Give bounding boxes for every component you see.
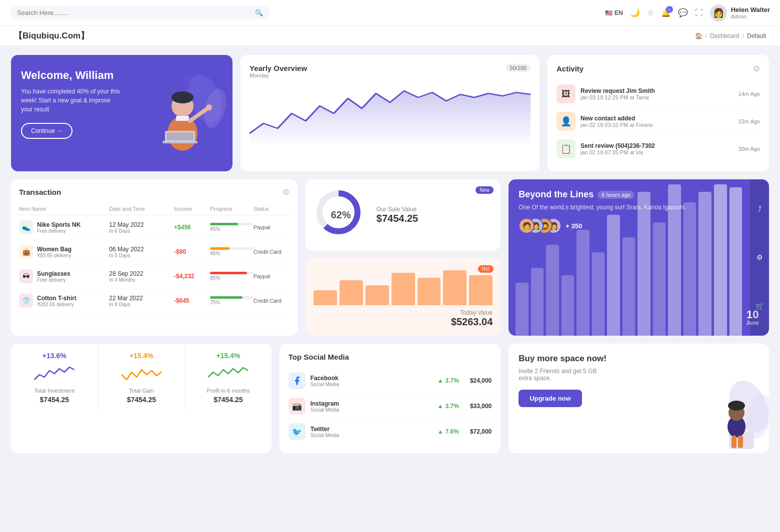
wave-chart-0 (19, 365, 90, 385)
item-icon-0: 👟 (19, 220, 33, 234)
instagram-name: Instagram (310, 400, 339, 407)
mid-row: Transaction ⚙ Item Name Date and Time In… (11, 179, 769, 336)
nav-icons: 🇺🇸 EN 🌙 ☆ 🔔 1 💬 ⛶ 👩 Helen Walter Admin (605, 4, 770, 21)
social-row-facebook: Facebook Social Media ▲3.7% $24,000 (288, 368, 492, 394)
social-title: Top Social Media (288, 353, 492, 361)
bottom-row: +13.6% Total Investment $7454.25 +15.4% (11, 344, 769, 453)
twitter-sub: Social Media (310, 433, 339, 438)
table-row: 👕 Cotton T-shirt ₹283.65 delivery 22 Mar… (19, 289, 290, 313)
search-bar[interactable]: 🔍 (10, 6, 270, 19)
social-row-twitter: 🐦 Twitter Social Media ▲7.6% $72,000 (288, 419, 492, 444)
activity-item-3: 📋 Sent review (504)236-7302 jan 02 19 07… (556, 135, 760, 162)
transaction-settings-icon[interactable]: ⚙ (282, 187, 290, 197)
stat-pct-0: +13.6% (19, 352, 90, 360)
language-selector[interactable]: 🇺🇸 EN (605, 9, 623, 16)
instagram-value: $33,000 (470, 403, 492, 410)
transaction-card: Transaction ⚙ Item Name Date and Time In… (11, 179, 298, 336)
activity-item-2: 👤 New contact added jan 02 19 03:10 PM a… (556, 108, 760, 135)
sale-badge: New (476, 186, 494, 194)
chat-icon[interactable]: 💬 (678, 8, 688, 17)
expand-icon[interactable]: ⛶ (695, 8, 703, 17)
home-icon[interactable]: 🏠 (695, 32, 702, 39)
activity-time-2: 22m Ago (738, 118, 760, 124)
stat-pct-2: +15.4% (193, 352, 264, 360)
activity-title-2: New contact added (580, 115, 734, 122)
stat-investment: +13.6% Total Investment $7454.25 (11, 344, 98, 412)
today-value: $5263.04 (314, 316, 493, 328)
svg-rect-20 (732, 436, 736, 448)
welcome-illustration (135, 68, 225, 158)
facebook-value: $24,000 (470, 377, 492, 384)
search-input[interactable] (17, 9, 251, 16)
upgrade-button[interactable]: Upgrade now (518, 390, 582, 407)
activity-sub-2: jan 02 19 03:10 PM at Fresno (580, 122, 734, 128)
facebook-growth: ▲3.7% (438, 377, 459, 384)
wave-chart-2 (193, 365, 264, 385)
social-row-instagram: 📸 Instagram Social Media ▲3.7% $33,000 (288, 394, 492, 419)
user-profile[interactable]: 👩 Helen Walter Admin (710, 4, 770, 21)
favorites-icon[interactable]: ☆ (647, 8, 654, 17)
notifications-icon[interactable]: 🔔 1 (661, 8, 671, 17)
social-media-card: Top Social Media Facebook Social Media ▲… (280, 344, 501, 453)
stat-label-0: Total Investment (19, 388, 90, 394)
beyond-desc: One Of the world,s brightest, young surf… (518, 204, 759, 211)
item-icon-3: 👕 (19, 294, 33, 308)
today-card: Hot Today Value $5263.04 (306, 258, 501, 336)
svg-point-19 (728, 401, 745, 411)
stat-label-1: Total Gain (106, 388, 177, 394)
breadcrumb-dashboard[interactable]: Dashboard (710, 32, 740, 39)
activity-card: Activity ⚙ 🖼 Review request Jim Smith ja… (548, 55, 769, 171)
beyond-settings-icon[interactable]: ⚙ (756, 253, 763, 261)
svg-rect-6 (176, 116, 189, 121)
twitter-growth: ▲7.6% (438, 428, 459, 435)
today-chart (314, 270, 493, 305)
stat-value-2: $7454.25 (193, 396, 264, 404)
twitter-icon: 🐦 (288, 423, 306, 440)
brand-name: 【Biqubiqu.Com】 (14, 30, 89, 41)
transaction-title: Transaction (19, 188, 61, 196)
continue-button[interactable]: Continue → (21, 123, 72, 139)
activity-thumb-3: 📋 (556, 139, 576, 158)
activity-settings-icon[interactable]: ⚙ (753, 64, 760, 73)
table-row: 🕶 Sunglasses Free delivery 28 Sep 2022 I… (19, 264, 290, 289)
twitter-value: $72,000 (470, 428, 492, 435)
svg-point-5 (172, 91, 194, 103)
beyond-card: Beyond the Lines 6 hours ago One Of the … (508, 179, 769, 336)
sale-card: New 62% Our Sale Value $7454.25 (306, 179, 501, 250)
facebook-sub: Social Media (310, 382, 339, 387)
welcome-desc: You have completed 40% of your this week… (21, 87, 121, 114)
stat-value-1: $7454.25 (106, 396, 177, 404)
transaction-table: Item Name Date and Time Income Progress … (19, 203, 290, 313)
activity-sub-3: jan 02 19 07:35 PM at Iris (580, 149, 734, 155)
item-icon-1: 👜 (19, 245, 33, 259)
yearly-overview-card: Yearly Overview Monday 50/100 (240, 55, 540, 171)
upgrade-illustration (699, 382, 769, 453)
user-role: Admin (731, 13, 770, 19)
activity-thumb-1: 🖼 (556, 84, 576, 103)
sale-today-col: New 62% Our Sale Value $7454.25 (306, 179, 501, 336)
yearly-title: Yearly Overview (250, 64, 307, 72)
sale-label: Our Sale Value (376, 206, 418, 213)
stat-profit: +15.4% Profit in 6 months $7454.25 (184, 344, 272, 412)
upgrade-title: Buy more space now! (518, 354, 759, 364)
activity-thumb-2: 👤 (556, 112, 576, 131)
avatar: 👩 (710, 4, 727, 21)
stats-card: +13.6% Total Investment $7454.25 +15.4% (11, 344, 272, 453)
facebook-icon (288, 372, 306, 389)
notification-badge: 1 (666, 6, 673, 13)
svg-point-11 (206, 104, 212, 110)
breadcrumb-bar: 【Biqubiqu.Com】 🏠 / Dashboard / Default (0, 26, 780, 46)
breadcrumb: 🏠 / Dashboard / Default (695, 32, 766, 39)
wave-chart-1 (106, 365, 177, 385)
main-content: Welcome, William You have completed 40% … (0, 46, 780, 462)
instagram-icon: 📸 (288, 398, 306, 415)
activity-title-3: Sent review (504)236-7302 (580, 142, 734, 149)
item-icon-2: 🕶 (19, 269, 33, 283)
breadcrumb-current: Default (747, 32, 766, 39)
top-navigation: 🔍 🇺🇸 EN 🌙 ☆ 🔔 1 💬 ⛶ 👩 Helen Walter Admin (0, 0, 780, 26)
theme-toggle[interactable]: 🌙 (630, 8, 640, 17)
activity-sub-1: jan 03 19 12:25 PM at Tame (580, 94, 734, 100)
beyond-cart-icon[interactable]: 🛒 (756, 302, 764, 310)
beyond-time: 6 hours ago (598, 191, 634, 199)
user-name: Helen Walter (731, 6, 770, 13)
